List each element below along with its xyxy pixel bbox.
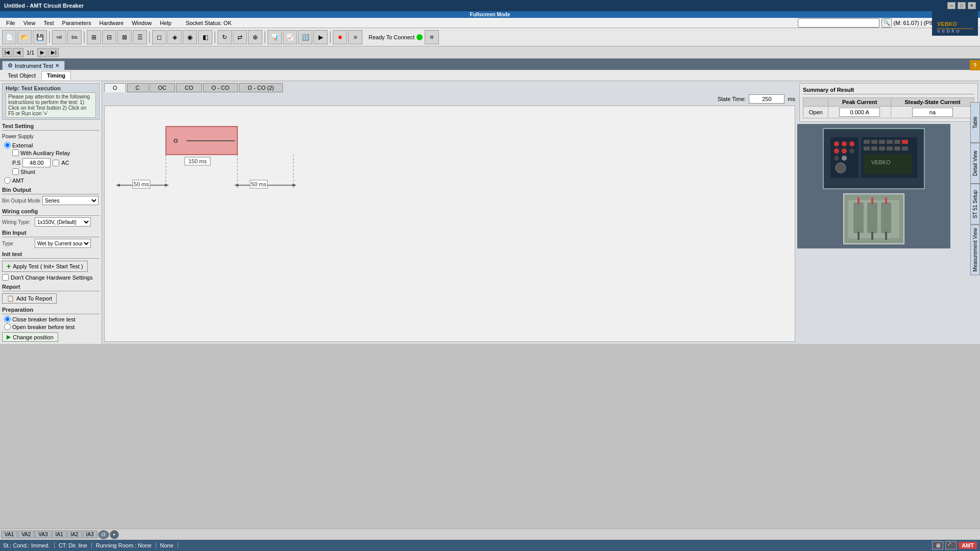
- timing-tab-oc[interactable]: OC: [150, 83, 176, 92]
- toolbar-btn-5[interactable]: ◻: [152, 30, 166, 44]
- nav-first-button[interactable]: |◀: [2, 48, 12, 57]
- instrument-tab-close[interactable]: ✕: [55, 63, 59, 68]
- side-tab-detail[interactable]: Detail View: [970, 143, 980, 184]
- peak-current-input[interactable]: [839, 108, 880, 117]
- channel-va1[interactable]: VA1: [1, 531, 17, 538]
- dont-change-label: Don't Change Hardware Settings: [11, 274, 92, 281]
- menu-parameters[interactable]: Parameters: [58, 19, 95, 27]
- menu-window[interactable]: Window: [128, 19, 156, 27]
- channel-ia3[interactable]: IA3: [83, 531, 97, 538]
- state-time-input[interactable]: [749, 94, 785, 104]
- separator-1: [49, 31, 50, 43]
- channel-ia1[interactable]: IA1: [52, 531, 67, 538]
- external-radio[interactable]: [4, 142, 11, 148]
- aux-relay-checkbox[interactable]: [12, 149, 19, 156]
- bis-button[interactable]: bis: [67, 30, 82, 44]
- toolbar-btn-7[interactable]: ◉: [183, 30, 197, 44]
- toolbar-btn-4[interactable]: ☰: [133, 30, 147, 44]
- timing-tab-co[interactable]: CO: [176, 83, 202, 92]
- btn-red: [902, 140, 908, 144]
- timing-tab-o-co-2[interactable]: O - CO (2): [239, 83, 282, 92]
- side-tab-table[interactable]: Table: [970, 102, 980, 143]
- channel-va3[interactable]: VA3: [35, 531, 51, 538]
- channel-dot-button[interactable]: ●: [110, 530, 119, 539]
- toolbar-btn-15[interactable]: ▶: [313, 30, 328, 44]
- add-to-report-button[interactable]: 📋 Add To Report: [2, 293, 57, 304]
- device-images-panel: VEBKO: [797, 124, 950, 248]
- status-settings-button[interactable]: ⚙: [425, 30, 439, 44]
- save-button[interactable]: 💾: [33, 30, 47, 44]
- amt-radio[interactable]: [4, 177, 11, 184]
- menu-hardware[interactable]: Hardware: [95, 19, 128, 27]
- stop-button[interactable]: ■: [333, 30, 347, 44]
- nav-prev-button[interactable]: ◀: [13, 48, 23, 57]
- sub-tab-timing[interactable]: Timing: [41, 71, 71, 80]
- open-breaker-radio[interactable]: [4, 323, 11, 330]
- summary-row-open: Open: [803, 107, 974, 118]
- o-waveform-label: O: [174, 138, 178, 144]
- channel-ia2[interactable]: IA2: [67, 531, 82, 538]
- external-radio-item[interactable]: External: [4, 142, 100, 148]
- page-indicator: 1/1: [27, 49, 34, 56]
- bin-input-type-select[interactable]: Wet by Current source (A): [35, 239, 91, 248]
- instrument-tab[interactable]: ⚙ Instrument Test ✕: [2, 61, 65, 70]
- new-button[interactable]: 📄: [2, 30, 16, 44]
- summary-steady-cell: [891, 107, 974, 118]
- shunt-checkbox[interactable]: [12, 168, 19, 175]
- menu-view[interactable]: View: [19, 19, 40, 27]
- search-input[interactable]: [798, 18, 879, 28]
- run-button[interactable]: ■: [348, 30, 362, 44]
- nav-last-button[interactable]: ▶|: [48, 48, 59, 57]
- state-time-unit: ms: [788, 96, 795, 102]
- status-ct: CT: Dir. line: [59, 542, 92, 548]
- toolbar-btn-11[interactable]: ⊕: [248, 30, 262, 44]
- none2-label: None: [160, 542, 174, 548]
- ps-input[interactable]: [22, 158, 51, 167]
- timing-tab-o-co[interactable]: O - CO: [203, 83, 238, 92]
- open-button[interactable]: 📂: [17, 30, 32, 44]
- st-label: St.:: [3, 542, 12, 548]
- close-breaker-item[interactable]: Close breaker before test: [4, 316, 100, 322]
- search-button[interactable]: 🔍: [881, 18, 892, 28]
- toolbar-btn-8[interactable]: ◧: [198, 30, 212, 44]
- ac-checkbox[interactable]: [53, 160, 59, 166]
- close-breaker-radio[interactable]: [4, 316, 11, 322]
- toolbar-btn-10[interactable]: ⇄: [233, 30, 247, 44]
- minimize-button[interactable]: ─: [947, 2, 955, 9]
- rel-button[interactable]: rel: [52, 30, 66, 44]
- btn-2: [871, 140, 877, 144]
- open-breaker-item[interactable]: Open breaker before test: [4, 323, 100, 330]
- side-tab-measurement[interactable]: Measurement View: [970, 224, 980, 275]
- menu-test[interactable]: Test: [39, 19, 58, 27]
- channel-ct-special[interactable]: ct: [98, 530, 109, 539]
- steady-state-input[interactable]: [912, 108, 953, 117]
- side-tab-st51[interactable]: ST 51 Setup: [970, 184, 980, 224]
- help-button[interactable]: ?: [970, 60, 980, 70]
- toolbar-btn-6[interactable]: ◈: [167, 30, 182, 44]
- toolbar-btn-9[interactable]: ↻: [217, 30, 232, 44]
- add-report-label: Add To Report: [16, 295, 52, 302]
- apply-test-button[interactable]: + Apply Test ( Init+ Start Test ): [2, 261, 88, 272]
- timing-tab-c[interactable]: C: [127, 83, 149, 92]
- dont-change-checkbox[interactable]: [2, 274, 9, 281]
- bin-output-mode-select[interactable]: Series: [42, 196, 99, 205]
- toolbar-btn-14[interactable]: 🔢: [298, 30, 312, 44]
- channel-va2[interactable]: VA2: [18, 531, 34, 538]
- menu-help[interactable]: Help: [156, 19, 176, 27]
- nav-next-button[interactable]: ▶: [37, 48, 47, 57]
- menu-file[interactable]: File: [2, 19, 19, 27]
- toolbar-btn-12[interactable]: 📊: [267, 30, 282, 44]
- toolbar-btn-1[interactable]: ⊞: [87, 30, 101, 44]
- restore-button[interactable]: □: [958, 2, 966, 9]
- sub-tab-test-object[interactable]: Test Object: [2, 71, 41, 80]
- change-position-button[interactable]: ▶ Change position: [2, 332, 58, 342]
- close-button[interactable]: ✕: [968, 2, 976, 9]
- running-room-label: Running Room :: [96, 542, 137, 548]
- toolbar-btn-2[interactable]: ⊟: [102, 30, 116, 44]
- toolbar-btn-3[interactable]: ⊠: [117, 30, 132, 44]
- timing-tab-o[interactable]: O: [104, 83, 126, 92]
- wiring-type-select[interactable]: 1x150V, (Default): [35, 217, 91, 227]
- toolbar-btn-13[interactable]: 📈: [283, 30, 297, 44]
- amt-radio-item[interactable]: AMT: [4, 177, 100, 184]
- help-text: Please pay attention to the following in…: [6, 92, 96, 118]
